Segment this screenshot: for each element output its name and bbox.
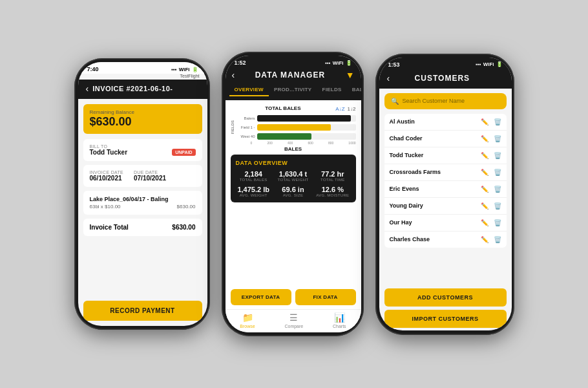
filter-icon[interactable]: ▼ [346,70,355,80]
bar-label-field1: Field 1 - [237,125,255,129]
phone-customers: 1:53 ▪▪▪ WiFi 🔋 ‹ CUSTOMERS 🔍 Search Cus… [375,54,514,335]
dm-actions: EXPORT DATA FIX DATA [226,285,361,309]
back-button-cust[interactable]: ‹ [387,73,390,83]
bar-fill-balers [257,115,351,122]
edit-icon-eric-evens[interactable]: ✏️ [481,186,488,193]
invoice-title: INVOICE #2021-06-10- [92,85,173,92]
data-cell-avg-weight: 1,475.2 lb AVG. WEIGHT [236,186,271,197]
customer-actions-our-hay: ✏️ 🗑️ [481,219,501,226]
date-row: INVOICE DATE 06/10/2021 DUE DATE 07/10/2… [90,170,196,182]
data-cell-total-weight: 1,630.4 t TOTAL WEIGHT [275,170,311,182]
customer-item-al-austin: Al Austin ✏️ 🗑️ [384,114,507,131]
customer-item-todd-tucker: Todd Tucker ✏️ 🗑️ [384,147,507,164]
record-payment-button[interactable]: RECORD PAYMENT [83,301,202,321]
data-cell-avg-moisture: 12.6 % AVG. MOISTURE [315,186,350,197]
x-axis: 0 200 400 600 800 1000 [231,141,356,145]
edit-icon-our-hay[interactable]: ✏️ [481,219,488,226]
nav-charts[interactable]: 📊 Charts [333,312,346,329]
invoice-header: ‹ INVOICE #2021-06-10- [78,80,207,99]
invoice-body: Remaining Balance $630.00 BILL TO Todd T… [78,99,207,326]
time-invoice: 7:40 [87,66,99,72]
cust-header: ‹ CUSTOMERS [379,69,512,89]
tab-fields[interactable]: FIELDS [317,84,346,96]
import-customers-button[interactable]: IMPORT CUSTOMERS [384,310,507,328]
edit-icon-young-dairy[interactable]: ✏️ [481,202,488,210]
bill-to-name: Todd Tucker [90,149,128,156]
wifi-icon-dm: WiFi [333,60,344,66]
total-time-label: TOTAL TIME [315,178,350,182]
sort-12-icon[interactable]: 1↓2 [348,106,356,112]
bales-axis-label: BALES [231,146,356,152]
customer-item-charles-chase: Charles Chase ✏️ 🗑️ [384,232,507,248]
nav-compare[interactable]: ☰ Compare [284,312,303,329]
chart-area: TOTAL BALES A↓Z 1↓2 FIELDS Balers [226,100,361,285]
customer-name-chad-coder: Chad Coder [390,135,423,142]
battery-icon: 🔋 [192,67,198,72]
bar-label-west40: West 40 [237,135,255,138]
delete-icon-our-hay[interactable]: 🗑️ [494,219,501,226]
bar-track-field1 [257,124,356,131]
status-bar-dm: 1:52 ▪▪▪ WiFi 🔋 [226,56,361,67]
x-label-1000: 1000 [348,141,355,145]
sort-icons: A↓Z 1↓2 [335,106,355,112]
invoice-total-value: $630.00 [172,224,195,231]
customer-name-crossroads-farms: Crossroads Farms [390,169,441,175]
tab-productivity[interactable]: PROD...TIVITY [269,84,317,96]
unpaid-badge: UNPAID [172,149,195,156]
customer-item-crossroads-farms: Crossroads Farms ✏️ 🗑️ [384,164,507,181]
signal-icon-dm: ▪▪▪ [325,60,331,66]
balance-amount: $630.00 [90,115,196,129]
back-button-dm[interactable]: ‹ [232,70,235,80]
tab-overview[interactable]: OVERVIEW [229,84,269,96]
export-data-button[interactable]: EXPORT DATA [231,289,291,305]
charts-label: Charts [333,324,346,329]
nav-browse[interactable]: 📁 Browse [240,312,255,329]
data-cell-total-bales: 2,184 TOTAL BALES [236,170,271,182]
data-overview-title: DATA OVERVIEW [236,160,351,166]
invoice-total-label: Invoice Total [90,224,129,231]
search-placeholder: Search Customer Name [403,98,465,104]
edit-icon-crossroads-farms[interactable]: ✏️ [481,169,488,176]
tab-balers[interactable]: BALERS [347,84,361,96]
edit-icon-chad-coder[interactable]: ✏️ [481,135,488,142]
customer-actions-chad-coder: ✏️ 🗑️ [481,135,501,142]
compare-icon: ☰ [289,312,298,323]
delete-icon-charles-chase[interactable]: 🗑️ [494,236,501,243]
balance-label: Remaining Balance [90,109,196,115]
sort-az-icon[interactable]: A↓Z [335,106,344,112]
line-item-qty: 63bl x $10.00 [90,204,121,210]
dates-section: INVOICE DATE 06/10/2021 DUE DATE 07/10/2… [83,165,202,187]
back-button[interactable]: ‹ [86,83,89,94]
bar-row-field1: Field 1 - [237,124,356,131]
due-date-value: 07/10/2021 [134,175,166,182]
add-customers-button[interactable]: ADD CUSTOMERS [384,288,507,307]
bill-to-section: BILL TO Todd Tucker UNPAID [83,139,202,161]
delete-icon-todd-tucker[interactable]: 🗑️ [494,152,501,159]
bill-to-row: Todd Tucker UNPAID [90,149,196,156]
delete-icon-young-dairy[interactable]: 🗑️ [494,202,501,210]
delete-icon-crossroads-farms[interactable]: 🗑️ [494,169,501,176]
customer-list: Al Austin ✏️ 🗑️ Chad Coder ✏️ 🗑️ Todd Tu… [379,114,512,285]
customer-actions-eric-evens: ✏️ 🗑️ [481,186,501,193]
x-label-600: 600 [308,141,313,145]
delete-icon-eric-evens[interactable]: 🗑️ [494,186,501,193]
edit-icon-todd-tucker[interactable]: ✏️ [481,152,488,159]
fix-data-button[interactable]: FIX DATA [295,289,356,305]
x-label-400: 400 [288,141,293,145]
data-manager-screen: 1:52 ▪▪▪ WiFi 🔋 ‹ DATA MANAGER ▼ OVERVIE… [226,56,361,332]
customer-actions-al-austin: ✏️ 🗑️ [481,118,501,125]
bill-to-label: BILL TO [90,144,196,149]
due-date: DUE DATE 07/10/2021 [134,170,166,182]
search-bar[interactable]: 🔍 Search Customer Name [384,93,507,109]
delete-icon-chad-coder[interactable]: 🗑️ [494,135,501,142]
edit-icon-charles-chase[interactable]: ✏️ [481,236,488,243]
bar-track-balers [257,115,356,122]
bar-fill-field1 [257,124,331,131]
balance-box: Remaining Balance $630.00 [83,104,202,134]
avg-weight-value: 1,475.2 lb [236,186,271,193]
edit-icon-al-austin[interactable]: ✏️ [481,118,488,125]
x-label-800: 800 [328,141,333,145]
customer-item-our-hay: Our Hay ✏️ 🗑️ [384,215,507,232]
time-dm: 1:52 [235,59,246,66]
delete-icon-al-austin[interactable]: 🗑️ [494,118,501,125]
